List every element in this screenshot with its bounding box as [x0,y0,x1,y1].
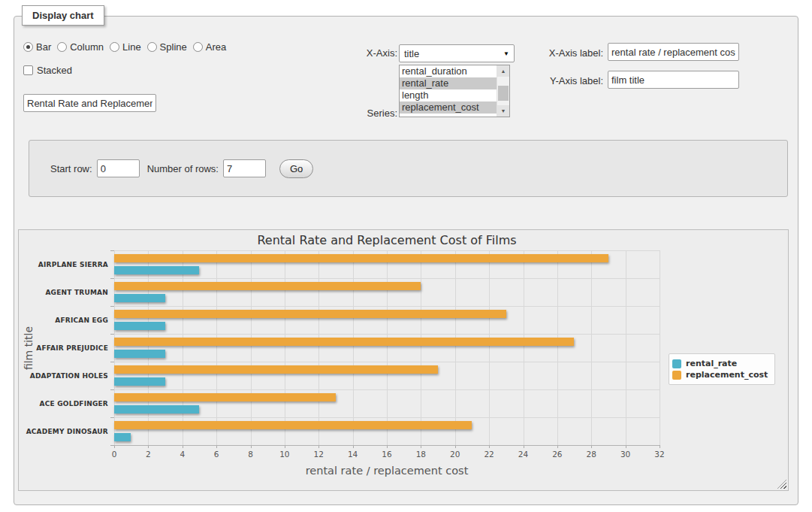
num-rows-input[interactable] [223,159,266,177]
radio-circle-icon[interactable] [23,42,33,52]
category-label: AIRPLANE SIERRA [23,250,108,278]
series-option[interactable]: rental_rate [400,77,497,89]
bar-group [114,417,660,445]
radio-bar[interactable]: Bar [23,41,51,53]
x-tick-label: 12 [306,450,331,459]
series-option[interactable]: replacement_cost [400,101,497,114]
series-option[interactable]: length [400,89,497,101]
x-tick-label: 24 [511,450,536,459]
resize-handle-icon[interactable] [777,480,786,489]
radio-column[interactable]: Column [57,41,104,53]
go-button[interactable]: Go [279,159,313,178]
radio-line[interactable]: Line [110,41,141,53]
stacked-checkbox[interactable] [23,65,33,75]
radio-label: Line [122,41,141,53]
x-tick-label: 22 [476,450,502,459]
series-listbox-options: rental_durationrental_ratelengthreplacem… [400,65,497,117]
stacked-label: Stacked [37,65,72,76]
x-axis-select[interactable]: title ▼ [399,44,515,62]
chart-title: Rental Rate and Replacement Cost of Film… [114,233,660,247]
radio-circle-icon[interactable] [193,42,203,52]
bar-rental_rate[interactable] [114,266,199,274]
scrollbar-thumb[interactable] [498,86,509,101]
category-label: ADAPTATION HOLES [23,362,108,389]
bar-replacement_cost[interactable] [114,421,472,429]
x-tick-label: 32 [647,450,672,459]
chevron-down-icon: ▼ [503,50,509,57]
display-chart-panel: Display chart BarColumnLineSplineArea St… [14,16,798,505]
x-axis-title: rental rate / replacement cost [114,465,660,477]
x-axis-label-input[interactable] [608,43,739,61]
x-tick-label: 28 [578,450,604,459]
radio-label: Column [70,41,104,53]
category-label: AFRICAN EGG [23,306,108,334]
x-tick [660,445,660,448]
bar-rental_rate[interactable] [114,294,165,302]
radio-area[interactable]: Area [193,41,226,53]
gridline [660,250,660,445]
radio-label: Area [206,41,226,53]
radio-circle-icon[interactable] [147,42,157,52]
x-tick-label: 30 [613,450,638,459]
bar-rental_rate[interactable] [114,405,199,414]
bar-rental_rate[interactable] [114,377,165,386]
start-row-input[interactable] [97,159,140,177]
radio-label: Spline [160,41,187,53]
bar-group [114,334,660,362]
bar-group [114,362,660,389]
bar-rental_rate[interactable] [114,350,165,358]
x-tick-label: 10 [272,450,297,459]
x-axis-select-value: title [404,48,503,59]
radio-spline[interactable]: Spline [147,41,187,53]
rows-panel: Start row: Number of rows: Go [29,140,788,197]
chart-type-options: BarColumnLineSplineArea [23,41,232,53]
radio-circle-icon[interactable] [57,42,67,52]
x-tick-label: 0 [101,450,127,459]
x-tick-label: 14 [340,450,366,459]
x-tick-label: 26 [545,450,570,459]
category-label: ACE GOLDFINGER [23,389,108,417]
bar-rental_rate[interactable] [114,322,165,330]
scroll-down-icon[interactable]: ▼ [497,105,509,117]
listbox-scrollbar[interactable]: ▲ ▼ [497,65,509,117]
num-rows-label: Number of rows: [147,163,219,174]
y-axis-title: film title [23,311,35,386]
y-axis-label-caption: Y-Axis label: [540,75,603,86]
radio-label: Bar [36,41,51,53]
bar-group [114,306,660,334]
series-listbox-label: Series: [330,108,397,119]
x-tick-label: 8 [238,450,264,459]
x-axis-label-caption: X-Axis label: [540,47,603,59]
series-listbox[interactable]: rental_durationrental_ratelengthreplacem… [399,65,510,117]
legend-label: rental_rate [686,359,737,368]
x-axis-select-label: X-Axis: [330,47,397,59]
y-axis-label-input[interactable] [608,71,739,89]
x-tick-label: 16 [374,450,400,459]
category-label: AGENT TRUMAN [23,278,108,306]
category-label: AFFAIR PREJUDICE [23,334,108,362]
bar-replacement_cost[interactable] [114,310,506,318]
x-tick-label: 18 [408,450,433,459]
stacked-checkbox-row[interactable]: Stacked [23,65,72,76]
bar-replacement_cost[interactable] [114,282,421,290]
legend-item-rental_rate[interactable]: rental_rate [672,359,768,368]
x-tick-label: 20 [442,450,468,459]
legend-swatch-icon [672,359,681,368]
category-label: ACADEMY DINOSAUR [23,417,108,445]
legend-item-replacement_cost[interactable]: replacement_cost [672,370,768,380]
chart-title-input[interactable] [23,94,156,112]
legend-swatch-icon [672,371,681,380]
x-axis-line [114,445,660,446]
bar-replacement_cost[interactable] [114,393,336,401]
legend-label: replacement_cost [686,370,768,380]
bar-replacement_cost[interactable] [114,365,438,374]
scroll-up-icon[interactable]: ▲ [497,65,509,77]
x-tick-label: 2 [135,450,161,459]
series-option[interactable]: rental_duration [400,65,497,77]
bar-replacement_cost[interactable] [114,254,608,262]
chart-legend: rental_ratereplacement_cost [669,353,775,385]
bar-rental_rate[interactable] [114,433,131,441]
x-tick-label: 6 [204,450,229,459]
radio-circle-icon[interactable] [110,42,119,52]
bar-replacement_cost[interactable] [114,338,574,346]
